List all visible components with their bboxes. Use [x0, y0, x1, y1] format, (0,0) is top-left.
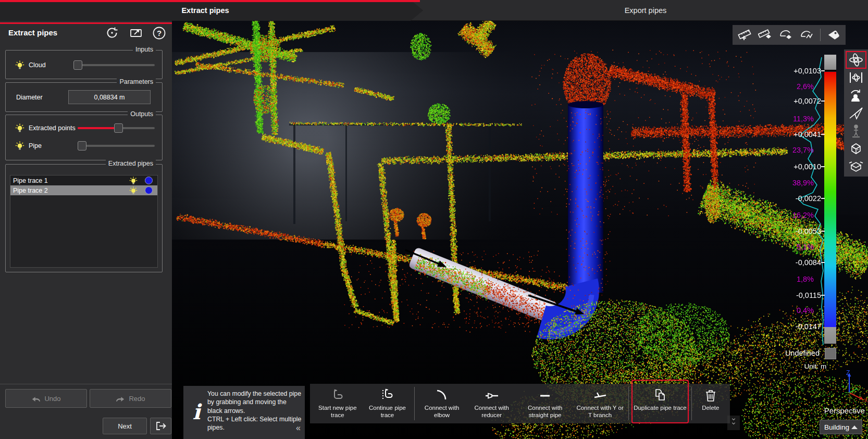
active-tab-indicator — [0, 0, 420, 2]
undo-arrow-icon — [31, 394, 41, 403]
delete-icon — [703, 387, 718, 405]
delete-measure-icon[interactable] — [758, 27, 773, 43]
constrained-orbit-icon[interactable] — [846, 69, 866, 86]
collapse-hint-icon[interactable]: « — [296, 423, 301, 433]
redo-button[interactable]: Redo — [90, 389, 171, 408]
scale-percent: 16,2% — [755, 211, 814, 219]
pipe-color-swatch[interactable] — [145, 186, 153, 194]
outputs-group-label: Outputs — [128, 110, 156, 118]
view-preset-dropdown[interactable]: Building — [820, 420, 862, 434]
toolbar-separator — [691, 387, 692, 420]
panel-accent-line — [0, 22, 172, 24]
continue-pipe-trace-button[interactable]: Continue pipe trace — [363, 385, 412, 422]
undo-button[interactable]: Undo — [5, 389, 87, 408]
info-icon: i — [190, 399, 203, 424]
connect-with-reducer-icon — [484, 387, 500, 405]
pipe-opacity-slider[interactable] — [78, 141, 155, 150]
inputs-group: Inputs Cloud — [5, 50, 163, 79]
tab-extract-pipes[interactable]: Extract pipes — [0, 0, 423, 21]
connect-with-straight-pipe-icon — [537, 387, 553, 405]
tab-export-pipes-label: Export pipes — [625, 6, 667, 15]
pipe-label: Pipe — [29, 142, 42, 149]
hint-text: You can modify the selected pipe by grab… — [207, 390, 302, 432]
extracted-pipes-group-label: Extracted pipes — [106, 160, 156, 167]
color-scale-gradient — [824, 72, 836, 327]
connect-with-straight-pipe-button[interactable]: Connect with straight pipe — [517, 385, 573, 422]
walk-mode-icon[interactable] — [846, 122, 866, 140]
list-item-pipe-trace-2[interactable]: Pipe trace 2 — [10, 185, 157, 195]
connect-with-y-or-t-branch-icon — [592, 387, 608, 405]
scale-value: -0,0115 — [761, 291, 821, 299]
extract-pipes-panel: Extract pipes ? Inputs — [0, 21, 172, 439]
visibility-bulb-icon[interactable] — [129, 186, 138, 195]
extracted-pipes-group: Extracted pipes Pipe trace 1 Pipe trace … — [5, 164, 163, 272]
extracted-points-label: Extracted points — [29, 124, 76, 132]
label-tag-icon[interactable] — [826, 27, 841, 43]
fly-mode-icon[interactable] — [846, 104, 866, 122]
next-button[interactable]: Next — [103, 418, 147, 434]
scale-percent: 1,8% — [755, 275, 814, 283]
slider-thumb[interactable] — [114, 123, 123, 133]
connect-with-elbow-button[interactable]: Connect with elbow — [417, 385, 466, 422]
scale-undefined-label: Undefined — [750, 349, 820, 357]
pipe-color-swatch[interactable] — [145, 177, 153, 184]
extracted-points-slider[interactable] — [78, 123, 155, 133]
scale-percent: 0,4% — [755, 306, 814, 315]
scale-value: -0,0053 — [761, 227, 821, 235]
examine-view-icon[interactable] — [846, 86, 866, 104]
exit-command-button[interactable] — [150, 418, 171, 434]
slider-thumb[interactable] — [78, 141, 86, 150]
redo-arrow-icon — [116, 394, 125, 403]
connect-with-reducer-button[interactable]: Connect with reducer — [467, 385, 516, 422]
axis-triad: Z x — [835, 369, 868, 404]
connect-with-elbow-icon — [434, 387, 450, 405]
color-scale-top-cap — [824, 55, 836, 71]
start-new-pipe-trace-button[interactable]: Start new pipe trace — [313, 385, 362, 422]
visibility-bulb-icon[interactable] — [15, 123, 24, 133]
scale-tick — [821, 231, 825, 232]
tab-export-pipes[interactable]: Export pipes — [423, 0, 868, 21]
toolbar-separator — [414, 387, 415, 420]
visibility-bulb-icon[interactable] — [15, 141, 24, 150]
diameter-value-field[interactable]: 0,08834 m — [68, 90, 151, 104]
help-icon[interactable]: ? — [151, 25, 167, 41]
scale-tick — [821, 295, 825, 296]
pipe-trace-list: Pipe trace 1 Pipe trace 2 — [10, 175, 158, 268]
viewport-3d[interactable]: +0,0103 +0,0072 +0,0041 +0,0010 -0,0022 … — [172, 21, 868, 439]
cloud-opacity-slider[interactable] — [73, 60, 155, 70]
scale-value: +0,0072 — [761, 97, 821, 105]
slider-thumb[interactable] — [73, 60, 82, 70]
delete-button[interactable]: Delete — [695, 385, 727, 422]
color-scale[interactable] — [824, 55, 836, 344]
hint-panel: i You can modify the selected pipe by gr… — [183, 386, 305, 439]
detach-panel-icon[interactable] — [128, 25, 144, 41]
scale-tick — [821, 198, 825, 199]
visibility-bulb-icon[interactable] — [15, 60, 24, 70]
duplicate-pipe-trace-icon — [652, 387, 668, 405]
view-preset-label: Building — [824, 423, 849, 431]
panel-title: Extract pipes — [8, 28, 57, 37]
list-item-pipe-trace-1[interactable]: Pipe trace 1 — [10, 175, 157, 185]
add-measure-icon[interactable] — [737, 27, 752, 43]
continue-pipe-trace-icon — [379, 387, 395, 405]
orbit-mode-icon[interactable] — [846, 51, 866, 69]
angle-measure-icon[interactable] — [799, 27, 815, 43]
scale-value: -0,0084 — [761, 258, 821, 267]
reset-icon[interactable] — [104, 25, 120, 41]
svg-text:x: x — [864, 396, 867, 404]
svg-text:Z: Z — [846, 369, 850, 377]
delete-angle-icon[interactable] — [778, 27, 794, 43]
connect-with-y-or-t-branch-button[interactable]: Connect with Y or T branch — [574, 385, 626, 422]
navigation-column — [844, 49, 868, 177]
scale-undefined-swatch[interactable] — [825, 348, 836, 359]
scale-percent: 23,7% — [755, 146, 814, 154]
duplicate-pipe-trace-button[interactable]: Duplicate pipe trace — [631, 380, 688, 423]
measure-toolbar-separator — [820, 29, 821, 41]
section-cube-icon[interactable] — [846, 157, 866, 175]
scale-value: +0,0103 — [761, 67, 821, 75]
toolbar-collapse-icon[interactable]: ⌄⌄ — [727, 416, 740, 430]
diameter-label: Diameter — [16, 94, 43, 101]
scale-percent: 5,1% — [755, 243, 814, 251]
iso-view-cube-icon[interactable] — [846, 140, 866, 157]
visibility-bulb-icon[interactable] — [129, 177, 138, 185]
